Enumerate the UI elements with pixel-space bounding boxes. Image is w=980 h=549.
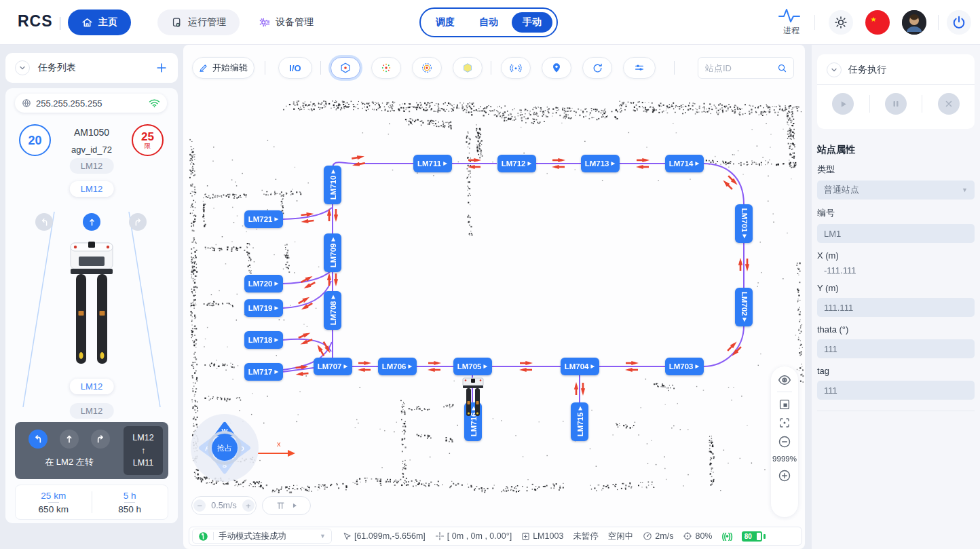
layer-stations-button[interactable]: [331, 57, 360, 79]
pause-button[interactable]: [885, 93, 907, 115]
station-properties-title: 站点属性: [817, 144, 975, 156]
center-focus-button[interactable]: [778, 417, 791, 429]
map-station-lm706[interactable]: LM706▶: [378, 358, 417, 375]
nav-item-home[interactable]: 主页: [68, 10, 131, 35]
tab-dispatch[interactable]: 调度: [425, 12, 466, 33]
map-station-lm712[interactable]: LM712▶: [497, 155, 536, 172]
speed-value: 0.5m/s: [211, 501, 237, 510]
visibility-button[interactable]: [778, 375, 791, 385]
layer-target-button[interactable]: [412, 57, 442, 79]
operation-icon: [171, 17, 183, 29]
lidar-button[interactable]: [501, 57, 531, 79]
chevron-down-icon[interactable]: [827, 62, 842, 77]
cancel-button[interactable]: [938, 93, 960, 115]
map-robot-icon[interactable]: [461, 377, 485, 421]
map-station-lm715[interactable]: LM715▶: [571, 402, 588, 441]
y-input[interactable]: 111.111: [817, 298, 975, 317]
map-station-lm705[interactable]: LM705▶: [453, 358, 492, 375]
map-station-lm708[interactable]: LM708▶: [324, 291, 341, 330]
scatter-points-icon: [380, 62, 392, 74]
speed-plus-button[interactable]: +: [242, 499, 255, 512]
mileage-stat: 25 km 650 km: [16, 485, 92, 519]
start-edit-button[interactable]: 开始编辑: [192, 57, 255, 79]
vehicle-ip: 255.255.255.255: [36, 98, 102, 109]
task-list-title: 任务列表: [38, 62, 76, 74]
divider: [491, 61, 491, 75]
vehicle-ip-field[interactable]: 255.255.255.255: [15, 94, 167, 113]
go-straight-button[interactable]: [83, 213, 100, 231]
fork-control[interactable]: [262, 496, 311, 515]
turn-right-button[interactable]: [129, 213, 147, 231]
turn-left-button[interactable]: [35, 213, 53, 231]
map-canvas[interactable]: LM710▶LM711▶LM712▶LM713▶LM714▶LM701▶LM70…: [183, 45, 805, 549]
map-station-lm713[interactable]: LM713▶: [581, 155, 620, 172]
map-station-lm711[interactable]: LM711▶: [413, 155, 452, 172]
map-station-lm717[interactable]: LM717▶: [244, 363, 283, 381]
tab-manual[interactable]: 手动: [512, 12, 552, 33]
nav-item-label: 主页: [98, 16, 117, 29]
io-label: I/O: [289, 63, 301, 73]
id-input[interactable]: LM1: [817, 224, 975, 243]
map-station-lm714[interactable]: LM714▶: [665, 155, 704, 172]
speed-minus-button[interactable]: −: [193, 499, 206, 512]
map-station-lm720[interactable]: LM720▶: [244, 275, 283, 292]
seize-label: 抢占: [217, 444, 232, 452]
station-badge: LM12: [70, 181, 114, 197]
filter-settings-button[interactable]: [623, 57, 656, 79]
type-select[interactable]: 普通站点 ▼: [817, 181, 975, 200]
add-task-button[interactable]: [155, 61, 168, 75]
sliders-icon: [633, 62, 645, 73]
target-icon: [683, 531, 692, 541]
tag-input[interactable]: 111: [817, 381, 975, 400]
straight-icon[interactable]: [60, 430, 79, 449]
vehicle-agv-id: agv_id_72: [5, 145, 178, 155]
process-button[interactable]: 进程: [778, 7, 805, 37]
map-station-lm704[interactable]: LM704▶: [561, 358, 599, 375]
map-station-lm721[interactable]: LM721▶: [244, 210, 283, 228]
divider: [674, 61, 675, 75]
chevron-down-icon[interactable]: ▼: [320, 533, 326, 539]
status-bar: 手动模式连接成功 ▼ [61.099m,-5.656m] [ 0m , 0m ,…: [189, 527, 802, 546]
map-station-lm719[interactable]: LM719▶: [244, 299, 283, 317]
joystick-control[interactable]: W A D S 抢占: [191, 414, 259, 482]
theta-input[interactable]: 111: [817, 339, 975, 358]
io-button[interactable]: I/O: [278, 57, 312, 79]
yellow-hexagon-icon: [461, 62, 474, 74]
map-station-lm710[interactable]: LM710▶: [324, 166, 341, 204]
map-station-lm701[interactable]: LM701▶: [735, 204, 753, 243]
forklift-image: [60, 239, 125, 381]
turn-right-icon[interactable]: [91, 430, 110, 449]
station-search-input[interactable]: [705, 63, 773, 73]
map-station-lm707[interactable]: LM707▶: [314, 358, 352, 375]
fork-icon: [276, 501, 286, 511]
layer-area-button[interactable]: [453, 57, 483, 79]
refresh-button[interactable]: [582, 57, 612, 79]
layer-points-button[interactable]: [371, 57, 401, 79]
map-station-lm703[interactable]: LM703▶: [665, 358, 704, 375]
search-icon[interactable]: [777, 63, 787, 73]
theme-toggle[interactable]: [829, 10, 853, 35]
play-button[interactable]: [832, 93, 854, 115]
task-exec-buttons: [817, 85, 975, 115]
user-avatar[interactable]: [902, 10, 926, 35]
turn-left-icon[interactable]: [29, 430, 48, 449]
zoom-out-button[interactable]: [778, 435, 791, 449]
map-station-lm709[interactable]: LM709▶: [324, 233, 341, 272]
power-button[interactable]: [947, 10, 971, 35]
tab-auto[interactable]: 自动: [468, 12, 509, 33]
chevron-down-icon[interactable]: [15, 60, 30, 75]
localization-quality: 80%: [683, 531, 712, 541]
zoom-in-button[interactable]: [778, 469, 791, 482]
connection-message-box[interactable]: 手动模式连接成功 ▼: [192, 529, 332, 544]
minimap-button[interactable]: [778, 398, 791, 411]
home-icon: [81, 17, 93, 29]
locate-pin-button[interactable]: [542, 57, 571, 79]
nav-item-operation[interactable]: 运行管理: [157, 10, 240, 35]
map-station-lm718[interactable]: LM718▶: [244, 331, 283, 349]
map-station-lm702[interactable]: LM702▶: [735, 288, 753, 326]
direction-arrows: [297, 295, 314, 311]
language-flag[interactable]: ★: [865, 10, 890, 35]
divider: [814, 15, 815, 30]
station-badge: LM12: [70, 158, 114, 174]
nav-item-devices[interactable]: 设备管理: [244, 10, 327, 35]
